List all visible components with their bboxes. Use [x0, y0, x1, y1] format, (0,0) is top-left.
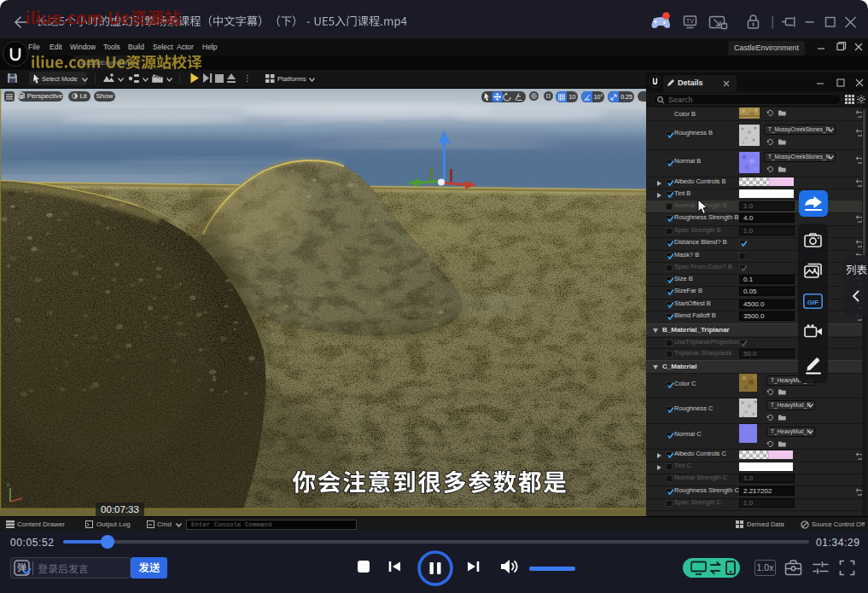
svg-text:TV: TV — [686, 17, 695, 25]
svg-text:GIF: GIF — [807, 299, 818, 306]
svg-text:z: z — [7, 482, 9, 487]
